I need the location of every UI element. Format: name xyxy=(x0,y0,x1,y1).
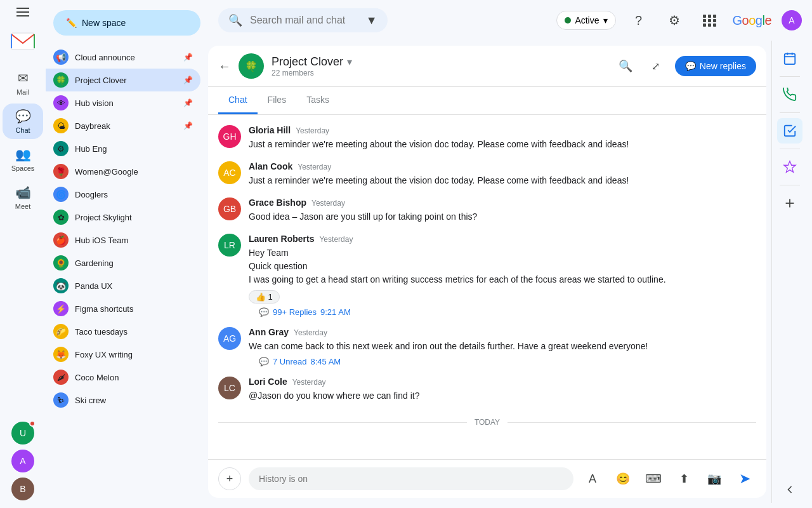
nav-item-spaces[interactable]: 👥 Spaces xyxy=(3,142,43,177)
women-google-label: Women@Google xyxy=(75,167,193,177)
settings-button[interactable]: ⚙ xyxy=(662,8,687,33)
project-clover-label: Project Clover xyxy=(75,76,177,85)
sidebar-item-figma[interactable]: ⚡ Figma shortcuts xyxy=(46,297,200,320)
sidebar-item-foxy[interactable]: 🦊 Foxy UX writing xyxy=(46,343,200,366)
msg-time-lauren: Yesterday xyxy=(319,235,353,244)
replies-lauren[interactable]: 💬 99+ Replies 9:21 AM xyxy=(249,307,756,317)
svg-rect-0 xyxy=(11,33,34,50)
tab-files[interactable]: Files xyxy=(258,87,297,114)
video-button[interactable]: 📷 xyxy=(703,467,726,490)
tab-chat[interactable]: Chat xyxy=(218,87,258,114)
gardening-icon: 🌻 xyxy=(53,255,69,271)
user-avatar-3[interactable]: B xyxy=(11,478,34,500)
hub-vision-label: Hub vision xyxy=(75,98,177,108)
msg-header-lauren: Lauren Roberts Yesterday xyxy=(249,234,756,244)
sidebar-item-project-clover[interactable]: 🍀 Project Clover 📌 xyxy=(46,69,200,91)
emoji-icon: 😊 xyxy=(616,472,630,486)
account-avatar[interactable]: A xyxy=(782,10,802,30)
hub-ios-icon: 🍎 xyxy=(53,232,69,248)
sidebar-item-dooglers[interactable]: 🌀 Dooglers xyxy=(46,183,200,206)
sidebar-item-hub-vision[interactable]: 👁 Hub vision 📌 xyxy=(46,91,200,114)
msg-time-grace: Yesterday xyxy=(311,199,345,208)
sidebar-item-women-google[interactable]: 🌹 Women@Google xyxy=(46,160,200,183)
reaction-thumbsup[interactable]: 👍 1 xyxy=(249,290,280,304)
msg-time-gloria: Yesterday xyxy=(296,126,329,135)
sidebar-item-panda-ux[interactable]: 🐼 Panda UX xyxy=(46,274,200,297)
search-input[interactable] xyxy=(250,15,358,26)
chat-search-button[interactable]: 🔍 xyxy=(614,55,637,77)
add-content-button[interactable]: + xyxy=(218,467,241,490)
nav-spaces-label: Spaces xyxy=(11,164,35,172)
taco-icon: 🌮 xyxy=(53,324,69,339)
taco-label: Taco tuesdays xyxy=(75,327,193,337)
title-dropdown-icon[interactable]: ▾ xyxy=(347,56,352,68)
help-icon: ? xyxy=(635,13,642,28)
cloud-announce-icon: 📢 xyxy=(53,50,69,65)
keyboard-button[interactable]: ⌨ xyxy=(642,467,665,490)
msg-content-lauren: Lauren Roberts Yesterday Hey Team Quick … xyxy=(249,234,756,317)
user-avatar-1[interactable]: U xyxy=(11,422,34,444)
google-wordmark: Google xyxy=(733,13,772,28)
daybreak-icon: 🌤 xyxy=(53,118,69,133)
notification-badge xyxy=(29,420,36,427)
sidebar-item-project-skylight[interactable]: ✿ Project Skylight xyxy=(46,206,200,229)
replies-count: 99+ Replies xyxy=(273,307,317,317)
sidebar-item-hub-eng[interactable]: ⚙ Hub Eng xyxy=(46,137,200,160)
sidebar-item-taco[interactable]: 🌮 Taco tuesdays xyxy=(46,320,200,343)
today-divider: TODAY xyxy=(218,418,756,427)
chat-header-info: Project Clover ▾ 22 members xyxy=(272,55,606,77)
message-input[interactable] xyxy=(249,467,573,490)
new-replies-label: New replies xyxy=(700,61,746,71)
add-panel-icon[interactable] xyxy=(777,190,802,216)
upload-button[interactable]: ⬆ xyxy=(672,467,695,490)
new-space-button[interactable]: ✏️ New space xyxy=(53,10,200,36)
gmail-logo[interactable] xyxy=(10,32,36,53)
hamburger-menu[interactable] xyxy=(16,5,29,19)
send-button[interactable]: ➤ xyxy=(733,467,756,490)
msg-text-grace: Good idea – Jason are you still up for t… xyxy=(249,210,756,224)
nav-item-meet[interactable]: 📹 Meet xyxy=(3,180,43,215)
user-avatar-2[interactable]: A xyxy=(11,450,34,472)
sidebar-item-coco[interactable]: 🌶 Coco Melon xyxy=(46,366,200,389)
sidebar-item-ski[interactable]: ⛷ Ski crew xyxy=(46,389,200,411)
msg-header-ann: Ann Gray Yesterday xyxy=(249,327,756,337)
format-text-button[interactable]: A xyxy=(581,467,604,490)
status-button[interactable]: Active ▾ xyxy=(556,11,615,30)
daybreak-label: Daybreak xyxy=(75,121,177,131)
nav-item-chat[interactable]: 💬 Chat xyxy=(3,104,43,139)
search-dropdown-btn[interactable]: ▼ xyxy=(366,14,377,27)
sidebar-item-hub-ios[interactable]: 🍎 Hub iOS Team xyxy=(46,229,200,251)
ai-panel-icon[interactable] xyxy=(777,154,802,180)
calendar-panel-icon[interactable] xyxy=(777,46,802,71)
msg-author-grace: Grace Bishop xyxy=(249,197,306,208)
msg-time-alan: Yesterday xyxy=(298,163,331,171)
new-replies-button[interactable]: 💬 New replies xyxy=(675,56,756,76)
msg-content-ann: Ann Gray Yesterday We can come back to t… xyxy=(249,327,756,366)
ski-label: Ski crew xyxy=(75,396,193,405)
panda-ux-label: Panda UX xyxy=(75,281,193,291)
avatar-gloria: GH xyxy=(218,125,241,148)
sidebar-item-daybreak[interactable]: 🌤 Daybreak 📌 xyxy=(46,114,200,137)
right-panel-divider xyxy=(780,76,800,77)
tab-tasks[interactable]: Tasks xyxy=(296,87,339,114)
phone-panel-icon[interactable] xyxy=(777,82,802,107)
expand-button[interactable]: ⤢ xyxy=(645,55,667,77)
help-button[interactable]: ? xyxy=(626,8,652,33)
msg-header-gloria: Gloria Hill Yesterday xyxy=(249,125,756,135)
msg-author-lauren: Lauren Roberts xyxy=(249,234,314,244)
sidebar-item-cloud-announce[interactable]: 📢 Cloud announce 📌 xyxy=(46,46,200,69)
figma-label: Figma shortcuts xyxy=(75,304,193,314)
apps-button[interactable] xyxy=(697,8,723,33)
hub-eng-label: Hub Eng xyxy=(75,144,193,154)
spaces-icon: 👥 xyxy=(15,147,31,162)
sidebar-item-gardening[interactable]: 🌻 Gardening xyxy=(46,251,200,274)
search-bar[interactable]: 🔍 ▼ xyxy=(218,8,388,32)
message-lori-cole: LC Lori Cole Yesterday @Jason do you kno… xyxy=(218,377,756,403)
nav-item-mail[interactable]: ✉ Mail xyxy=(3,65,43,101)
collapse-button[interactable] xyxy=(778,478,801,503)
replies-ann[interactable]: 💬 7 Unread 8:45 AM xyxy=(249,357,756,366)
emoji-button[interactable]: 😊 xyxy=(612,467,634,490)
back-button[interactable]: ← xyxy=(218,59,231,74)
hub-eng-icon: ⚙ xyxy=(53,141,69,156)
tasks-panel-icon[interactable] xyxy=(777,118,802,144)
